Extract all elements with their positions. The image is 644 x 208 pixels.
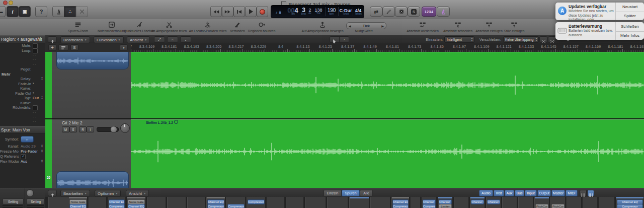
solo-button[interactable]: S [69, 126, 77, 132]
mixer-channel-strip[interactable] [48, 197, 68, 208]
inspector-section-label[interactable]: Mehr [2, 72, 11, 77]
mixer-filter-bus[interactable]: Bus [515, 190, 524, 196]
plugin-slot-channel-eq[interactable]: Channel EQ [471, 199, 484, 204]
mixer-filter-midi[interactable]: MIDI [566, 190, 578, 196]
inspector-row-value[interactable]: Out [33, 96, 39, 100]
plugin-slot-channel-eq[interactable]: Channel EQ [128, 204, 145, 208]
goto-begin-button[interactable] [233, 6, 245, 17]
rewind-button[interactable] [210, 6, 222, 17]
mixer-channel-strip[interactable] [599, 197, 615, 208]
mixer-channel-strip[interactable] [349, 197, 369, 208]
mixer-channel-strip[interactable] [502, 197, 517, 208]
region-inspector-header[interactable]: Region: 4 ausgewählt [0, 35, 46, 43]
media-browser-button[interactable]: ▬ [0, 6, 6, 17]
later-button[interactable]: Später [616, 12, 644, 21]
mixer-filter-inst[interactable]: Inst [494, 190, 504, 196]
inspector-checkbox[interactable] [33, 105, 38, 110]
plugin-slot-compressor[interactable]: Compressor [392, 204, 409, 208]
track-header-1[interactable] [52, 52, 131, 118]
replace-button[interactable] [382, 7, 395, 17]
zoom-h-button[interactable]: ⤢ [154, 36, 165, 43]
mixer-channel-strip[interactable]: Channel EQCompressor [422, 197, 437, 208]
mixer-view-einzeln[interactable]: Einzeln [324, 190, 342, 196]
input-monitor-button[interactable]: I [87, 126, 94, 132]
mixer-channel-strip[interactable] [89, 197, 107, 208]
record-button[interactable] [257, 6, 268, 17]
channel-setting-button[interactable]: Setting [3, 198, 24, 204]
plugin-slot-compressor[interactable]: Compressor [248, 199, 265, 204]
mixer-channel-strip[interactable] [267, 197, 285, 208]
mixer-channel-strip[interactable] [167, 197, 186, 208]
track-sort-dropdown[interactable]: ▼ [120, 44, 128, 51]
solo-mode-button[interactable]: S [408, 7, 420, 17]
mixer-channel-strip[interactable] [147, 197, 166, 208]
track-symbol-icon[interactable]: ↔ [21, 136, 34, 143]
left-click-tool-selector[interactable] [330, 36, 340, 43]
lcd-key[interactable]: C-Dur Tonart [339, 6, 352, 18]
mixer-menu-ansicht[interactable]: Ansicht▼ [126, 190, 149, 197]
mixer-view-alle[interactable]: Alle [360, 190, 373, 196]
volume-slider-handle[interactable] [110, 126, 117, 133]
mixer-menu-optionen[interactable]: Optionen▼ [95, 190, 121, 197]
channel-setting-button[interactable]: Setting [27, 198, 45, 204]
mixer-channel-strip[interactable]: Channel EQCompressor [206, 197, 225, 208]
autopunch-button[interactable] [395, 7, 408, 17]
play-button[interactable] [245, 6, 257, 17]
library-toggle-button[interactable]: ▣ [19, 6, 31, 17]
nudge-value-stepper[interactable]: ◀Tick▶ [346, 22, 386, 29]
restart-button[interactable]: Neustart [616, 3, 644, 12]
mixer-filter-input[interactable]: Input [525, 190, 537, 196]
forward-button[interactable] [222, 6, 233, 17]
close-button[interactable]: Schließen [616, 22, 644, 32]
catch-playhead-button[interactable] [548, 36, 556, 43]
duplicate-track-button[interactable] [58, 44, 68, 51]
stepper-icon[interactable]: ▲ ▼ [40, 77, 44, 81]
mixer-channel-strip[interactable] [567, 197, 582, 208]
mixer-channel-strip[interactable] [518, 197, 533, 208]
inspector-row-value[interactable]: Pre-Fader [21, 149, 38, 154]
mixer-channel-strip[interactable]: Compressor [226, 197, 246, 208]
lcd-time-signature[interactable]: 4/4 Taktart [353, 6, 363, 18]
mixer-channel-strip[interactable] [370, 197, 390, 208]
track-header-2[interactable]: Git 2 Mic 2 M S R I [52, 119, 131, 188]
mixer-channel-strip[interactable]: PitchCor [550, 197, 566, 208]
mixer-channel-strip[interactable]: Channel EQCompressor [108, 197, 126, 208]
crossfade-tool-button[interactable] [539, 36, 547, 43]
waveform-zoom-button[interactable]: ⌄ [180, 36, 191, 43]
plugin-slot-channel-eq[interactable]: Channel EQ [69, 204, 87, 208]
drag-dropdown[interactable]: Keine Überlappung▲ ▼ [503, 36, 539, 43]
more-info-button[interactable]: Mehr Infos [616, 31, 644, 40]
mixer-channel-strip[interactable] [583, 197, 598, 208]
mixer-view-spuren[interactable]: Spuren [342, 190, 360, 196]
volume-slider[interactable] [97, 127, 119, 132]
mixer-filter-aux[interactable]: Aux [505, 190, 514, 196]
record-enable-button[interactable]: R [79, 126, 87, 132]
mixer-channel-strip[interactable] [305, 197, 326, 208]
notification-battery[interactable]: Batteriewarnung Batterien bald ersetzen … [555, 22, 644, 40]
metronome-click-button[interactable] [437, 7, 450, 17]
single-view-icon-button[interactable] [580, 190, 587, 196]
zoom-v-button[interactable]: ⇔ [167, 36, 178, 43]
nudge-right-arrow[interactable]: ▶ [381, 24, 384, 28]
mixer-filter-output[interactable]: Output [537, 190, 551, 196]
mixer-menu-bearbeiten[interactable]: Bearbeiten▼ [60, 190, 90, 197]
tracks-menu-bearbeiten[interactable]: Bearbeiten▼ [60, 36, 90, 43]
mixer-channel-strip[interactable] [187, 197, 205, 208]
pan-knob[interactable] [120, 123, 130, 133]
tools-button[interactable] [75, 6, 88, 17]
track-name[interactable]: Git 2 Mic 2 [62, 120, 83, 125]
mixer-channel-strip[interactable]: Channel EQCompressor [391, 197, 410, 208]
dual-view-icon-button[interactable] [587, 190, 594, 196]
bar-ruler[interactable]: 78.3.4.1698.3.4.1818.3.4.1938.3.4.2058.3… [131, 43, 644, 52]
plugin-slot-pitchcor[interactable]: PitchCor [535, 204, 548, 208]
mute-button[interactable]: M [62, 126, 69, 132]
plugin-slot-compressor[interactable]: Compressor [227, 204, 245, 208]
inspector-checkbox[interactable]: ✓ [21, 154, 26, 159]
metronome-tool-button[interactable] [52, 6, 65, 17]
lcd-position-beat[interactable]: 3 Beat [300, 6, 307, 18]
mixer-channel-strip[interactable]: Channel EQ [486, 197, 501, 208]
mixer-channel-strip[interactable]: Channel EQ [470, 197, 485, 208]
mixer-dots-button[interactable]: ∴ [64, 6, 76, 17]
notification-updates[interactable]: A Updates verfügbar Möchten Sie neu star… [555, 3, 644, 20]
mixer-channel-strip[interactable] [411, 197, 421, 208]
